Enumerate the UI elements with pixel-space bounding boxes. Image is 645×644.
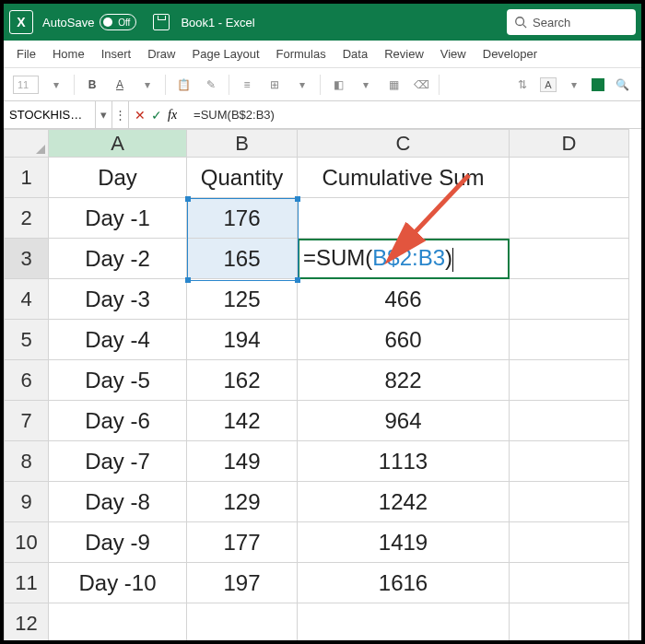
- color-indicator[interactable]: [592, 78, 604, 91]
- row-header-5[interactable]: 5: [5, 320, 49, 360]
- cell-b3[interactable]: 165: [187, 239, 298, 279]
- cell-c5[interactable]: 660: [298, 320, 510, 360]
- cell-c6[interactable]: 822: [298, 360, 510, 401]
- cell-c8[interactable]: 1113: [298, 441, 510, 482]
- row-header-8[interactable]: 8: [5, 441, 49, 482]
- cell-a2[interactable]: Day -1: [49, 198, 187, 239]
- row-header-3[interactable]: 3: [5, 239, 49, 279]
- cell-c11[interactable]: 1616: [298, 563, 510, 603]
- cell-styles-button[interactable]: A: [540, 77, 557, 92]
- cell-b7[interactable]: 142: [187, 401, 298, 441]
- cell-d10[interactable]: [510, 522, 629, 563]
- cell-c7[interactable]: 964: [298, 401, 510, 441]
- save-icon[interactable]: [153, 14, 170, 30]
- cell-a10[interactable]: Day -9: [49, 522, 187, 563]
- cell-d6[interactable]: [510, 360, 629, 401]
- cell-a1[interactable]: Day: [49, 158, 187, 198]
- spreadsheet-grid[interactable]: A B C D 1 Day Quantity Cumulative Sum 2 …: [4, 129, 641, 640]
- enter-icon[interactable]: ✓: [151, 108, 162, 123]
- cell-b9[interactable]: 129: [187, 482, 298, 522]
- select-all-corner[interactable]: [5, 130, 49, 158]
- font-size-input[interactable]: 11: [13, 76, 39, 94]
- cell-c3-editing[interactable]: =SUM(B$2:B3): [298, 239, 510, 279]
- cell-d2[interactable]: [510, 198, 629, 239]
- search-input[interactable]: Search: [507, 9, 636, 35]
- cell-c1[interactable]: Cumulative Sum: [298, 158, 510, 198]
- name-box-more[interactable]: ⋮: [112, 101, 129, 128]
- cell-d3[interactable]: [510, 239, 629, 279]
- cell-b2[interactable]: 176: [187, 198, 298, 239]
- row-header-9[interactable]: 9: [5, 482, 49, 522]
- tab-draw[interactable]: Draw: [147, 47, 175, 61]
- cell-a6[interactable]: Day -5: [49, 360, 187, 401]
- font-color-button[interactable]: A: [110, 75, 130, 95]
- row-header-4[interactable]: 4: [5, 279, 49, 320]
- cell-b11[interactable]: 197: [187, 563, 298, 603]
- row-header-10[interactable]: 10: [5, 522, 49, 563]
- borders-button[interactable]: ▦: [383, 75, 404, 95]
- autosave-toggle[interactable]: AutoSave Off: [42, 14, 136, 30]
- paste-button[interactable]: 📋: [173, 75, 194, 95]
- cell-c12[interactable]: [298, 603, 510, 641]
- tab-data[interactable]: Data: [343, 47, 368, 61]
- chevron-down-icon[interactable]: ▾: [356, 75, 376, 95]
- row-header-1[interactable]: 1: [5, 158, 49, 198]
- tab-page-layout[interactable]: Page Layout: [193, 47, 260, 61]
- cell-b12[interactable]: [187, 603, 298, 641]
- cell-b1[interactable]: Quantity: [187, 158, 298, 198]
- cell-a11[interactable]: Day -10: [49, 563, 187, 603]
- cell-b6[interactable]: 162: [187, 360, 298, 401]
- bold-button[interactable]: B: [82, 75, 102, 95]
- name-box-dropdown[interactable]: ▾: [96, 101, 112, 128]
- row-header-11[interactable]: 11: [5, 563, 49, 603]
- column-header-a[interactable]: A: [49, 130, 187, 158]
- fx-icon[interactable]: fx: [168, 108, 177, 123]
- chevron-down-icon[interactable]: ▾: [46, 75, 66, 95]
- cell-a12[interactable]: [49, 603, 187, 641]
- cancel-icon[interactable]: ✕: [135, 108, 146, 123]
- sort-filter-button[interactable]: ⇅: [512, 75, 533, 95]
- cell-c9[interactable]: 1242: [298, 482, 510, 522]
- cell-c10[interactable]: 1419: [298, 522, 510, 563]
- column-header-d[interactable]: D: [510, 130, 629, 158]
- row-header-6[interactable]: 6: [5, 360, 49, 401]
- cell-b8[interactable]: 149: [187, 441, 298, 482]
- tab-insert[interactable]: Insert: [101, 47, 132, 61]
- cell-c2[interactable]: [298, 198, 510, 239]
- cell-a4[interactable]: Day -3: [49, 279, 187, 320]
- tab-file[interactable]: File: [17, 47, 36, 61]
- formula-input[interactable]: =SUM(B$2:B3): [186, 108, 641, 122]
- column-header-b[interactable]: B: [187, 130, 298, 158]
- cell-a8[interactable]: Day -7: [49, 441, 187, 482]
- find-button[interactable]: 🔍: [612, 75, 632, 95]
- cell-a9[interactable]: Day -8: [49, 482, 187, 522]
- chevron-down-icon[interactable]: ▾: [137, 75, 158, 95]
- cell-a5[interactable]: Day -4: [49, 320, 187, 360]
- cell-a7[interactable]: Day -6: [49, 401, 187, 441]
- align-left-button[interactable]: ≡: [237, 75, 257, 95]
- row-header-2[interactable]: 2: [5, 198, 49, 239]
- cell-b5[interactable]: 194: [187, 320, 298, 360]
- tab-view[interactable]: View: [440, 47, 466, 61]
- chevron-down-icon[interactable]: ▾: [564, 75, 584, 95]
- fill-color-button[interactable]: ◧: [328, 75, 348, 95]
- row-header-12[interactable]: 12: [5, 603, 49, 641]
- tab-home[interactable]: Home: [53, 47, 85, 61]
- row-header-7[interactable]: 7: [5, 401, 49, 441]
- chevron-down-icon[interactable]: ▾: [292, 75, 312, 95]
- cell-a3[interactable]: Day -2: [49, 239, 187, 279]
- cell-d8[interactable]: [510, 441, 629, 482]
- cell-d7[interactable]: [510, 401, 629, 441]
- cell-c4[interactable]: 466: [298, 279, 510, 320]
- cell-d4[interactable]: [510, 279, 629, 320]
- format-painter-button[interactable]: ✎: [201, 75, 221, 95]
- tab-formulas[interactable]: Formulas: [276, 47, 326, 61]
- cell-d9[interactable]: [510, 482, 629, 522]
- clear-button[interactable]: ⌫: [411, 75, 431, 95]
- cell-d12[interactable]: [510, 603, 629, 641]
- merge-button[interactable]: ⊞: [264, 75, 285, 95]
- tab-developer[interactable]: Developer: [483, 47, 537, 61]
- tab-review[interactable]: Review: [384, 47, 424, 61]
- name-box[interactable]: STOCKHIS…: [4, 101, 96, 128]
- cell-d1[interactable]: [510, 158, 629, 198]
